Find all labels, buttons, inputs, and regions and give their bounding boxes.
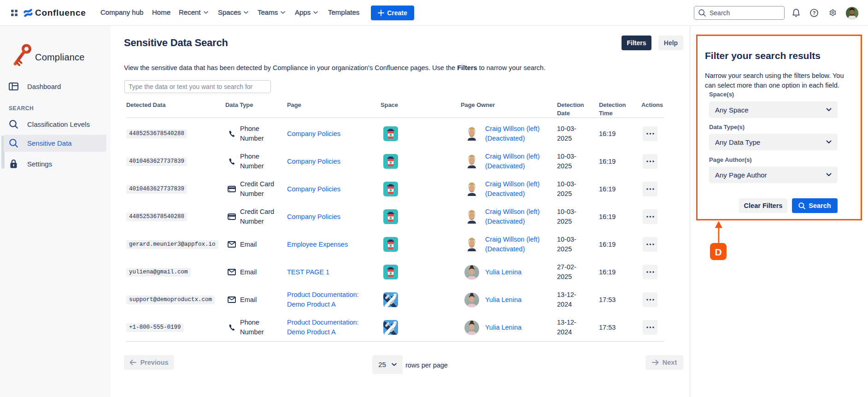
svg-text:D: D — [715, 247, 721, 257]
svg-text:?: ? — [813, 10, 816, 16]
